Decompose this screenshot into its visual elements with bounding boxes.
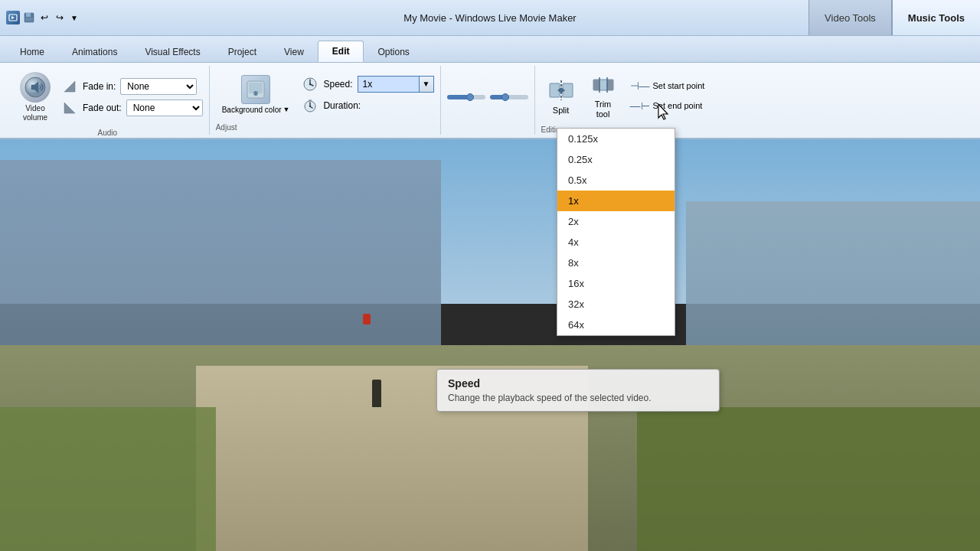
set-start-label: Set start point [653,81,705,90]
fade-in-label: Fade in: [83,81,116,92]
set-end-button[interactable]: —⊢ Set end point [626,97,710,114]
redo-icon[interactable]: ↪ [54,11,66,24]
trim-icon [590,72,616,98]
fade-out-icon [61,99,78,116]
split-label: Split [553,106,569,115]
svg-marker-1 [11,16,15,19]
background-color-button[interactable]: Background color ▼ [216,72,296,118]
slider-row-1 [447,95,528,99]
set-start-button[interactable]: ⊣— Set start point [626,77,710,94]
undo-icon[interactable]: ↩ [38,11,51,24]
app-icon [6,11,20,24]
volume-sliders-group [441,66,535,135]
fade-controls: Fade in: NoneSlowMediumFast Fade out: No… [61,78,203,116]
person-body [372,380,381,407]
adjust-group: Background color ▼ [210,66,441,135]
video-tools-tab[interactable]: Video Tools [808,0,892,35]
window-title: My Movie - Windows Live Movie Maker [403,12,576,24]
trim-tool-label: Trimtool [595,99,612,119]
tab-home[interactable]: Home [6,42,58,62]
svg-marker-7 [64,103,75,113]
slider-thumb-2 [501,93,509,101]
adjust-group-label: Adjust [216,120,434,132]
svg-rect-3 [26,13,31,17]
speed-label: Speed: [323,79,352,90]
svg-point-17 [309,106,311,107]
quick-access-toolbar: ↩ ↪ ▼ [0,11,86,24]
speed-dropdown-menu: 0.125x 0.25x 0.5x 1x 2x 4x 8x 16x 32x 64… [557,128,675,336]
svg-rect-26 [607,80,613,90]
speed-duration-controls: Speed: 1x ▼ [302,76,433,114]
tab-animations[interactable]: Animations [58,42,131,62]
video-preview: Speed Change the playback speed of the s… [0,139,980,551]
customize-icon[interactable]: ▼ [69,12,80,23]
fade-out-row: Fade out: NoneSlowMediumFast [61,99,203,116]
duration-icon [302,97,318,114]
slider-thumb-1 [466,93,474,101]
set-start-icon: ⊣— [630,80,650,92]
video-volume-label: Videovolume [23,104,47,122]
fade-in-row: Fade in: NoneSlowMediumFast [61,78,203,95]
duration-label: Duration: [323,100,361,111]
svg-point-14 [309,83,311,84]
person-backpack [363,314,371,324]
fade-out-select[interactable]: NoneSlowMediumFast [126,99,203,116]
speed-option-4x[interactable]: 4x [557,232,675,253]
svg-rect-25 [593,80,599,90]
context-tool-tabs: Video Tools Music Tools [808,0,980,35]
split-button[interactable]: Split [541,73,581,118]
tab-project[interactable]: Project [214,42,270,62]
grass-right [637,407,980,551]
video-frame [0,139,980,551]
speed-row: Speed: 1x ▼ [302,76,433,93]
speed-input-wrap: 1x ▼ [358,76,434,93]
ribbon-panel: Videovolume Fade in: NoneSlowMediumFast [0,63,980,139]
speed-option-0125[interactable]: 0.125x [557,129,675,149]
speed-option-64x[interactable]: 64x [557,315,675,335]
svg-rect-4 [25,18,33,21]
speed-option-05[interactable]: 0.5x [557,170,675,191]
audio-group-label: Audio [98,126,118,137]
speed-option-2x[interactable]: 2x [557,211,675,232]
editing-group-content: Split Trimtool ⊣— [541,69,710,122]
speed-tooltip: Speed Change the playback speed of the s… [436,369,720,412]
speed-option-025[interactable]: 0.25x [557,149,675,170]
editing-group: Split Trimtool ⊣— [535,66,716,135]
music-tools-tab[interactable]: Music Tools [892,0,980,35]
svg-marker-6 [64,81,75,92]
fade-in-icon [61,78,78,95]
save-quick-icon[interactable] [23,11,35,24]
fade-in-select[interactable]: NoneSlowMediumFast [120,78,197,95]
speed-option-32x[interactable]: 32x [557,294,675,315]
speed-icon [302,76,318,93]
speed-option-16x[interactable]: 16x [557,273,675,294]
adjust-group-content: Background color ▼ [216,69,434,120]
duration-row: Duration: [302,97,433,114]
ribbon-tab-bar: Home Animations Visual Effects Project V… [0,36,980,63]
speed-input[interactable]: 1x [358,76,419,93]
audio-group-content: Videovolume Fade in: NoneSlowMediumFast [12,69,203,126]
speed-option-1x[interactable]: 1x [557,191,675,211]
background-color-icon [241,75,270,104]
tooltip-description: Change the playback speed of the selecte… [448,393,708,403]
volume-slider-2[interactable] [490,95,528,99]
set-end-icon: —⊢ [630,99,650,112]
grass-left [0,407,216,551]
tab-view[interactable]: View [270,42,318,62]
speed-dropdown-button[interactable]: ▼ [419,76,434,93]
set-points-group: ⊣— Set start point —⊢ Set end point [626,77,710,114]
tab-edit[interactable]: Edit [318,41,364,62]
tooltip-title: Speed [448,377,708,390]
trim-tool-button[interactable]: Trimtool [584,69,622,122]
audio-group: Videovolume Fade in: NoneSlowMediumFast [6,66,210,135]
speed-option-8x[interactable]: 8x [557,253,675,273]
volume-slider-1[interactable] [447,95,485,99]
tab-options[interactable]: Options [364,42,423,62]
title-bar: ↩ ↪ ▼ My Movie - Windows Live Movie Make… [0,0,980,36]
tab-visual-effects[interactable]: Visual Effects [131,42,214,62]
main-area: Speed Change the playback speed of the s… [0,139,980,551]
fade-out-label: Fade out: [83,103,122,113]
split-icon [547,77,575,104]
video-volume-button[interactable]: Videovolume [12,69,58,126]
set-end-label: Set end point [653,101,703,110]
